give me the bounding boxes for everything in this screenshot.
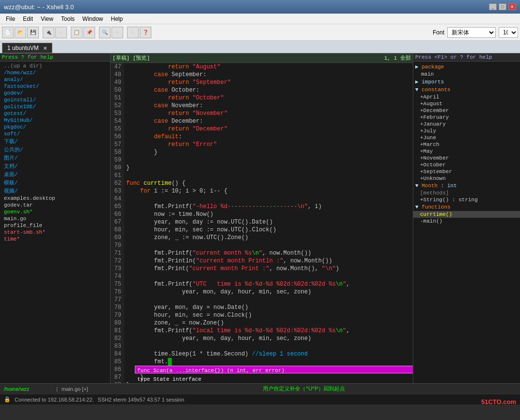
list-item[interactable]: 下载/ [0, 137, 110, 145]
close-button[interactable]: ✕ [508, 3, 516, 10]
func-main[interactable]: -main() [413, 218, 520, 225]
toolbar: 📄 📂 💾 🔌 ✂ 📋 📌 🔍 ⚙ ⬆ ❓ Font 新宋体 10 12 [0, 24, 520, 41]
list-item[interactable]: 模板/ [0, 178, 110, 187]
list-item[interactable]: analy/ [0, 76, 110, 83]
month-section[interactable]: ▼ Month : int [413, 182, 520, 190]
list-item[interactable]: MyGitHub/ [0, 117, 110, 124]
settings-button[interactable]: ⚙ [112, 27, 123, 38]
titlebar: wzz@ubut: ~ - Xshell 3.0 _ □ ✕ [0, 0, 520, 14]
code-area[interactable]: 47 return "August" 48 case September: 49… [111, 63, 413, 383]
menu-view[interactable]: View [37, 15, 57, 23]
menu-tools[interactable]: Tools [57, 15, 79, 23]
disconnect-button[interactable]: ✂ [55, 27, 67, 38]
list-item[interactable]: profile_file [0, 222, 110, 229]
list-item[interactable]: time* [0, 236, 110, 242]
functions-section[interactable]: ▼ functions [413, 203, 520, 211]
list-item[interactable]: /home/wzz/ [0, 69, 110, 76]
tab-close-icon[interactable]: ✕ [43, 46, 47, 51]
list-item[interactable]: goenv.sh* [0, 209, 110, 215]
month-methods: [methods] [413, 190, 520, 196]
main-layout: Press ? for help ..(up a dir) /home/wzz/… [0, 53, 520, 383]
menu-window[interactable]: Window [79, 15, 107, 23]
titlebar-title: wzz@ubut: ~ - Xshell 3.0 [4, 3, 74, 11]
tag-item[interactable]: +June [413, 134, 520, 141]
menu-help[interactable]: Help [107, 15, 127, 23]
status-path: /home/wzz [4, 386, 52, 392]
file-list: ..(up a dir) /home/wzz/ analy/ fastsocke… [0, 62, 110, 383]
help-button[interactable]: ❓ [140, 27, 151, 38]
tag-list: ▶ package main ▶ imports ▼ constants +Ap… [413, 62, 520, 383]
open-button[interactable]: 📂 [15, 27, 26, 38]
font-label: Font [433, 29, 444, 36]
list-item[interactable]: pkgdoc/ [0, 124, 110, 130]
tag-item[interactable]: +October [413, 162, 520, 168]
editor-content[interactable]: 47 return "August" 48 case September: 49… [111, 63, 413, 383]
ac-item[interactable]: type State interface [0] [135, 375, 413, 383]
tag-item[interactable]: +February [413, 114, 520, 121]
list-item[interactable]: examples.desktop [0, 195, 110, 202]
lock-icon: 🔒 [4, 396, 11, 403]
tag-item[interactable]: +January [413, 121, 520, 128]
list-item[interactable]: 文档/ [0, 162, 110, 170]
minimize-button[interactable]: _ [489, 3, 497, 10]
editor-header-right: 1, 1 全部 [384, 54, 411, 62]
font-select[interactable]: 新宋体 [447, 27, 496, 38]
tab-ubuntuvm[interactable]: 1 ubuntuVM ✕ [2, 43, 52, 53]
imports-section[interactable]: ▶ imports [413, 78, 520, 86]
ac-item[interactable]: func Scan(a ...interface{}) (n int, err … [135, 366, 413, 375]
new-button[interactable]: 📄 [2, 27, 14, 38]
titlebar-controls: _ □ ✕ [489, 3, 516, 10]
package-label: ▶ package [413, 63, 520, 71]
tag-item[interactable]: +July [413, 128, 520, 134]
paste-button[interactable]: 📌 [83, 27, 95, 38]
list-item[interactable]: 桌面/ [0, 170, 110, 178]
menubar: File Edit View Tools Window Help [0, 14, 520, 24]
menu-file[interactable]: File [2, 15, 19, 23]
list-item[interactable]: goinstall/ [0, 97, 110, 103]
func-currtime[interactable]: currtime() [413, 211, 520, 218]
status-message: 用户自定义补全（^U^P）回到起点 [92, 385, 516, 392]
list-item[interactable]: soft/ [0, 130, 110, 137]
font-size-select[interactable]: 10 12 [499, 27, 518, 38]
maximize-button[interactable]: □ [499, 3, 506, 10]
list-item[interactable]: start-smb.sh* [0, 229, 110, 236]
statusbar: /home/wzz | main.go [+] 用户自定义补全（^U^P）回到起… [0, 383, 520, 394]
right-panel: Press <F1> or ? for help ▶ package main … [413, 53, 520, 383]
constants-section[interactable]: ▼ constants [413, 86, 520, 94]
package-name: main [413, 71, 520, 78]
menu-edit[interactable]: Edit [19, 15, 37, 23]
connect-button[interactable]: 🔌 [43, 27, 54, 38]
copy-button[interactable]: 📋 [71, 27, 82, 38]
tag-item[interactable]: +Unknown [413, 175, 520, 182]
list-item[interactable]: 公共的/ [0, 145, 110, 154]
tag-item[interactable]: +March [413, 141, 520, 148]
list-item[interactable]: goliteIDE/ [0, 103, 110, 110]
list-item[interactable]: gotest/ [0, 110, 110, 117]
tag-item[interactable]: +September [413, 168, 520, 175]
right-panel-header: Press <F1> or ? for help [413, 53, 520, 62]
connection-info: Connected to 192.168.58.214:22. [15, 397, 94, 403]
watermark: 51CTO.com [481, 398, 516, 405]
left-panel-header: Press ? for help [0, 53, 110, 62]
month-string[interactable]: +String() : string [413, 196, 520, 203]
tag-item[interactable]: +December [413, 107, 520, 114]
tabbar: 1 ubuntuVM ✕ [0, 41, 520, 53]
list-item[interactable]: 视频/ [0, 187, 110, 195]
list-item[interactable]: fastsocket/ [0, 83, 110, 90]
list-item[interactable]: godev/ [0, 90, 110, 97]
tag-item[interactable]: +April [413, 94, 520, 100]
list-item[interactable]: main.go [0, 215, 110, 222]
list-item[interactable]: 图片/ [0, 154, 110, 162]
find-button[interactable]: 🔍 [99, 27, 111, 38]
editor-header: [草稿] [预览] 1, 1 全部 [111, 53, 413, 63]
list-item[interactable]: ..(up a dir) [0, 63, 110, 69]
transfer-button[interactable]: ⬆ [127, 27, 139, 38]
connbar: 🔒 Connected to 192.168.58.214:22. SSH2 x… [0, 394, 520, 404]
editor-filename: main.go [+] [62, 386, 88, 392]
autocomplete-dropdown[interactable]: func Scan(a ...interface{}) (n int, err … [135, 366, 413, 373]
tag-item[interactable]: +August [413, 100, 520, 107]
save-button[interactable]: 💾 [27, 27, 39, 38]
tag-item[interactable]: +November [413, 155, 520, 162]
tag-item[interactable]: +May [413, 148, 520, 155]
list-item[interactable]: godev.tar [0, 202, 110, 209]
